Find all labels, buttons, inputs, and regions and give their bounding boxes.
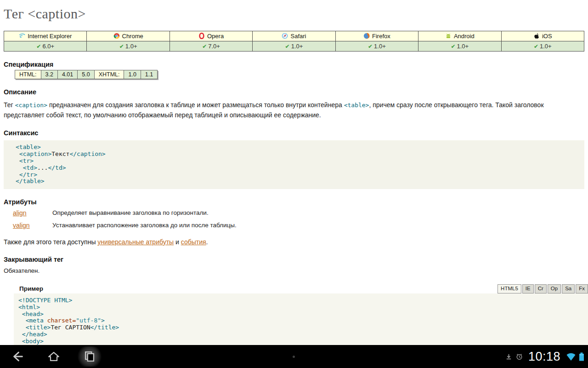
spec-cell: 5.0 xyxy=(78,70,94,79)
check-icon: ✔ xyxy=(285,43,290,50)
inline-code: <table> xyxy=(344,102,369,109)
browser-version: 1.0+ xyxy=(457,43,469,50)
example-tab-sa[interactable]: Sa xyxy=(562,284,575,293)
code-plain xyxy=(18,317,26,324)
browser-header-cell: iOS xyxy=(501,31,584,41)
browser-header-cell: eInternet Explorer xyxy=(4,31,87,41)
spec-cell: HTML: xyxy=(15,70,41,79)
alarm-icon xyxy=(516,353,523,360)
code-tag: </caption> xyxy=(69,150,105,157)
attribute-link-align[interactable]: align xyxy=(13,209,52,217)
code-plain: Текст xyxy=(51,150,69,157)
closing-tag-text: Обязателен. xyxy=(4,267,584,274)
spec-cell: 1.1 xyxy=(141,70,157,79)
inline-link[interactable]: события xyxy=(181,238,206,246)
recents-icon xyxy=(83,350,96,363)
wifi-icon xyxy=(566,352,576,361)
attributes-heading: Атрибуты xyxy=(4,198,588,206)
example-tab-cr[interactable]: Cr xyxy=(535,284,547,293)
browser-version-cell: ✔1.0+ xyxy=(501,41,584,52)
attributes-note: Также для этого тега доступны универсаль… xyxy=(4,238,584,247)
code-line: <html> xyxy=(18,304,584,311)
specification-table: HTML:3.24.015.0XHTML:1.01.1 xyxy=(15,70,158,79)
code-tag: <title> xyxy=(26,324,51,331)
example-tab-fx[interactable]: Fx xyxy=(576,284,588,293)
code-tag: </head> xyxy=(22,331,47,338)
code-tag: <td> xyxy=(23,164,37,171)
example-heading: Пример xyxy=(19,285,43,292)
battery-icon xyxy=(579,352,584,361)
code-line: </head> xyxy=(18,331,584,338)
code-line: <head> xyxy=(18,311,584,318)
browser-version: 1.0+ xyxy=(374,43,386,50)
safari-icon xyxy=(282,33,288,39)
browser-name: Safari xyxy=(290,33,306,40)
code-plain xyxy=(16,171,19,178)
code-plain xyxy=(18,324,26,331)
code-tag: <tr> xyxy=(19,157,34,164)
browser-name: Chrome xyxy=(122,33,143,40)
browser-version-cell: ✔1.0+ xyxy=(87,41,170,52)
check-icon: ✔ xyxy=(119,43,124,50)
browser-version-cell: ✔1.0+ xyxy=(253,41,335,52)
attribute-row: alignОпределяет выравнивание заголовка п… xyxy=(13,209,588,217)
browser-version: 6.0+ xyxy=(42,43,54,50)
firefox-icon xyxy=(363,33,370,39)
syntax-heading: Синтаксис xyxy=(4,129,588,137)
apple-icon xyxy=(533,33,540,39)
menu-dot xyxy=(293,356,295,358)
code-plain xyxy=(18,310,22,317)
download-icon xyxy=(505,353,512,360)
example-tab-html5[interactable]: HTML5 xyxy=(498,284,521,293)
code-line: <body> xyxy=(18,338,584,345)
check-icon: ✔ xyxy=(534,43,538,50)
spec-cell: 1.0 xyxy=(124,70,141,79)
browser-version: 1.0+ xyxy=(540,43,552,50)
browser-support-table: eInternet ExplorerChromeOperaSafariFiref… xyxy=(4,31,584,52)
home-button[interactable] xyxy=(41,346,66,367)
inline-link[interactable]: универсальные атрибуты xyxy=(97,238,174,246)
attribute-description: Определяет выравнивание заголовка по гор… xyxy=(52,209,209,217)
text-segment: Тег xyxy=(4,101,15,109)
recents-button[interactable] xyxy=(77,346,102,367)
spec-cell: 4.01 xyxy=(57,70,77,79)
code-tag: <table> xyxy=(16,144,41,150)
code-plain: Тег CAPTION xyxy=(51,324,90,331)
browser-version-cell: ✔6.0+ xyxy=(4,41,87,52)
specification-heading: Спецификация xyxy=(4,61,588,68)
browser-name: Android xyxy=(454,33,475,40)
browser-version: 1.0+ xyxy=(125,43,137,50)
example-tab-ie[interactable]: IE xyxy=(522,284,534,293)
code-tag: </table> xyxy=(16,178,45,184)
browser-version-cell: ✔7.0+ xyxy=(170,41,252,52)
code-line: <title>Тег CAPTION</title> xyxy=(18,324,584,331)
browser-version: 7.0+ xyxy=(208,43,220,50)
code-tag: > xyxy=(101,317,105,324)
browser-version-row: ✔6.0+✔1.0+✔7.0+✔1.0+✔1.0+✔1.0+✔1.0+ xyxy=(4,41,584,52)
browser-header-row: eInternet ExplorerChromeOperaSafariFiref… xyxy=(4,31,584,41)
code-val: "utf-8" xyxy=(76,317,101,324)
spec-cell: 3.2 xyxy=(41,70,57,79)
browser-version-cell: ✔1.0+ xyxy=(335,41,418,52)
browser-header-cell: Chrome xyxy=(87,31,170,41)
code-plain xyxy=(18,338,22,345)
syntax-code-block: <table> <caption>Текст</caption> <tr> <t… xyxy=(4,140,584,189)
home-icon xyxy=(47,350,61,363)
closing-tag-heading: Закрывающий тег xyxy=(4,256,588,263)
check-icon: ✔ xyxy=(36,43,41,50)
description-heading: Описание xyxy=(4,88,588,96)
code-tag: </td> xyxy=(48,164,66,171)
example-header: Пример HTML5IECrOpSaFx xyxy=(16,284,588,293)
code-plain xyxy=(16,164,23,171)
back-button[interactable] xyxy=(6,346,30,367)
status-bar-cluster[interactable]: 10:18 xyxy=(505,345,584,368)
code-tag: <head> xyxy=(22,310,44,317)
back-icon xyxy=(11,350,25,363)
code-line: </tr> xyxy=(16,172,581,178)
attribute-link-valign[interactable]: valign xyxy=(13,221,52,230)
example-tab-op[interactable]: Op xyxy=(548,284,561,293)
text-segment: Также для этого тега доступны xyxy=(4,238,97,246)
example-tabs: HTML5IECrOpSaFx xyxy=(498,284,588,293)
content-page: Тег <caption> eInternet ExplorerChromeOp… xyxy=(0,6,588,368)
code-tag: <body> xyxy=(22,338,44,345)
